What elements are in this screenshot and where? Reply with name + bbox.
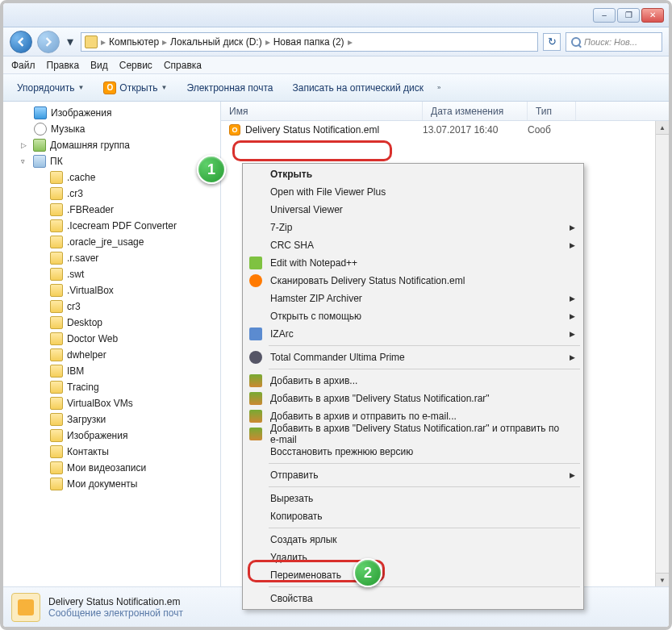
search-icon — [571, 37, 581, 47]
ctx-izarc[interactable]: IZArc▶ — [244, 325, 582, 343]
minimize-button[interactable]: – — [593, 8, 616, 23]
folder-icon — [50, 284, 63, 297]
tree-folder[interactable]: .cr3 — [3, 186, 220, 202]
forward-button[interactable] — [37, 31, 60, 53]
tree-folder[interactable]: .r.saver — [3, 250, 220, 266]
overflow-icon[interactable]: » — [437, 84, 440, 91]
tree-folder[interactable]: .oracle_jre_usage — [3, 234, 220, 250]
scroll-down-icon[interactable]: ▼ — [656, 573, 669, 586]
chevron-right-icon: ▸ — [162, 36, 167, 48]
menu-file[interactable]: Файл — [11, 60, 35, 71]
tree-pc[interactable]: ▿ПК — [3, 153, 220, 169]
tree-folder[interactable]: .FBReader — [3, 202, 220, 218]
totalcmd-icon — [249, 351, 262, 364]
ctx-notepadpp[interactable]: Edit with Notepad++ — [244, 254, 582, 272]
ctx-total-commander[interactable]: Total Commander Ultima Prime▶ — [244, 348, 582, 366]
tree-folder[interactable]: .swt — [3, 266, 220, 282]
ctx-rename[interactable]: Переименовать — [244, 566, 582, 584]
expand-icon[interactable]: ▷ — [21, 141, 29, 149]
file-row-selected[interactable]: ODelivery Status Notification.eml 13.07.… — [221, 121, 669, 139]
menu-tools[interactable]: Сервис — [119, 60, 152, 71]
tree-folder[interactable]: Desktop — [3, 315, 220, 331]
collapse-icon[interactable]: ▿ — [21, 157, 29, 165]
nav-toolbar: ▾ ▸ Компьютер ▸ Локальный диск (D:) ▸ Но… — [3, 27, 669, 56]
folder-icon — [85, 35, 98, 48]
ctx-open[interactable]: Открыть — [244, 165, 582, 183]
winrar-icon — [249, 392, 262, 405]
ctx-7zip[interactable]: 7-Zip▶ — [244, 219, 582, 236]
folder-icon — [50, 365, 63, 378]
close-button[interactable]: ✕ — [641, 8, 664, 23]
burn-button[interactable]: Записать на оптический диск — [287, 79, 430, 97]
ctx-add-rar-email[interactable]: Добавить в архив "Delivery Status Notifi… — [244, 425, 582, 443]
menu-view[interactable]: Вид — [90, 60, 108, 71]
search-input[interactable]: Поиск: Нов... — [566, 32, 662, 52]
tree-folder[interactable]: Tracing — [3, 379, 220, 395]
maximize-button[interactable]: ❐ — [617, 8, 640, 23]
back-button[interactable] — [10, 31, 32, 53]
nav-history-dropdown[interactable]: ▾ — [65, 31, 76, 53]
breadcrumb-disk[interactable]: Локальный диск (D:) — [170, 36, 262, 48]
scrollbar-vertical[interactable]: ▲ ▼ — [655, 121, 669, 586]
file-type-icon — [11, 593, 40, 622]
breadcrumb-computer[interactable]: Компьютер — [109, 36, 159, 48]
ctx-open-with[interactable]: Открыть с помощью▶ — [244, 307, 582, 325]
ctx-open-fileviewer[interactable]: Open with File Viewer Plus — [244, 183, 582, 201]
separator — [269, 345, 580, 346]
navigation-pane[interactable]: Изображения Музыка ▷Домашняя группа ▿ПК … — [3, 102, 221, 586]
column-name[interactable]: Имя — [221, 102, 423, 120]
organize-button[interactable]: Упорядочить▼ — [11, 79, 90, 97]
ctx-send-to[interactable]: Отправить▶ — [244, 466, 582, 484]
ctx-copy[interactable]: Копировать — [244, 507, 582, 525]
tree-folder[interactable]: Изображения — [3, 428, 220, 444]
tree-music[interactable]: Музыка — [3, 121, 220, 137]
tree-homegroup[interactable]: ▷Домашняя группа — [3, 137, 220, 153]
tree-folder[interactable]: Загрузки — [3, 411, 220, 428]
avast-icon — [249, 274, 262, 287]
ctx-add-archive[interactable]: Добавить в архив... — [244, 372, 582, 390]
column-type[interactable]: Тип — [528, 102, 576, 120]
ctx-delete[interactable]: Удалить — [244, 549, 582, 566]
folder-icon — [50, 413, 63, 426]
address-bar[interactable]: ▸ Компьютер ▸ Локальный диск (D:) ▸ Нова… — [81, 32, 538, 52]
chevron-right-icon: ▸ — [101, 36, 106, 48]
file-date: 13.07.2017 16:40 — [423, 124, 528, 136]
tree-folder[interactable]: cr3 — [3, 298, 220, 315]
ctx-properties[interactable]: Свойства — [244, 590, 582, 607]
ctx-scan[interactable]: Сканировать Delivery Status Notification… — [244, 272, 582, 290]
separator — [269, 486, 580, 487]
tree-folder[interactable]: .VirtualBox — [3, 282, 220, 298]
annotation-badge-1: 1 — [197, 155, 226, 184]
open-button[interactable]: OОткрыть▼ — [98, 78, 173, 98]
folder-icon — [50, 203, 63, 216]
tree-folder[interactable]: Doctor Web — [3, 331, 220, 347]
tree-folder[interactable]: Мои документы — [3, 476, 220, 492]
tree-folder[interactable]: Контакты — [3, 444, 220, 460]
tree-folder[interactable]: VirtualBox VMs — [3, 395, 220, 411]
ctx-create-shortcut[interactable]: Создать ярлык — [244, 531, 582, 549]
ctx-restore-version[interactable]: Восстановить прежнюю версию — [244, 443, 582, 461]
menu-bar: Файл Правка Вид Сервис Справка — [3, 56, 669, 74]
ctx-hamster[interactable]: Hamster ZIP Archiver▶ — [244, 290, 582, 307]
ctx-universal-viewer[interactable]: Universal Viewer — [244, 201, 582, 219]
tree-images[interactable]: Изображения — [3, 105, 220, 121]
tree-folder[interactable]: Мои видеозаписи — [3, 460, 220, 476]
scroll-up-icon[interactable]: ▲ — [656, 121, 669, 135]
tree-folder[interactable]: IBM — [3, 363, 220, 379]
ctx-add-rar[interactable]: Добавить в архив "Delivery Status Notifi… — [244, 390, 582, 407]
tree-folder[interactable]: dwhelper — [3, 347, 220, 363]
menu-edit[interactable]: Правка — [47, 60, 80, 71]
tree-folder[interactable]: .cache — [3, 169, 220, 186]
ctx-crc-sha[interactable]: CRC SHA▶ — [244, 236, 582, 254]
tree-folder[interactable]: .Icecream PDF Converter — [3, 218, 220, 234]
menu-help[interactable]: Справка — [164, 60, 202, 71]
file-type: Сооб — [528, 124, 592, 136]
refresh-button[interactable]: ↻ — [543, 33, 561, 51]
breadcrumb-folder[interactable]: Новая папка (2) — [273, 36, 344, 48]
ctx-cut[interactable]: Вырезать — [244, 490, 582, 507]
winrar-icon — [249, 428, 262, 440]
column-date[interactable]: Дата изменения — [423, 102, 528, 120]
separator — [269, 528, 580, 528]
notepadpp-icon — [249, 257, 262, 269]
email-button[interactable]: Электронная почта — [181, 79, 278, 97]
